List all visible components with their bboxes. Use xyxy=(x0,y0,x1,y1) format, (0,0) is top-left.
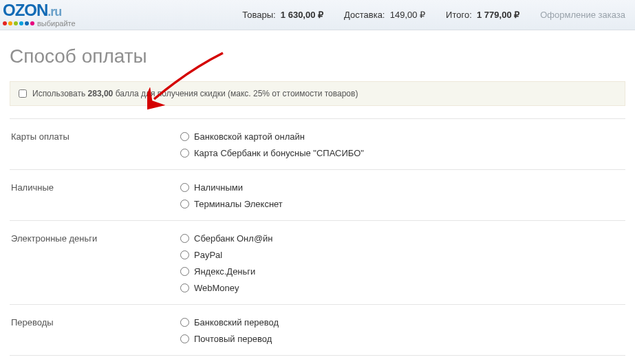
site-logo[interactable]: OZON.ru выбирайте xyxy=(3,3,76,28)
payment-section-cash: Наличные Наличными Терминалы Элекснет xyxy=(10,169,625,220)
logo-dots: выбирайте xyxy=(3,19,76,28)
order-summary: Товары: 1 630,00 ₽ Доставка: 149,00 ₽ Ит… xyxy=(242,10,625,20)
payment-option-sberbank-spasibo[interactable]: Карта Сбербанк и бонусные "СПАСИБО" xyxy=(180,148,625,158)
use-bonus-checkbox[interactable] xyxy=(19,89,27,98)
payment-radio[interactable] xyxy=(180,318,189,327)
summary-delivery: Доставка: 149,00 ₽ xyxy=(344,10,425,20)
bonus-text: Использовать 283,00 балла для получения … xyxy=(32,89,358,98)
logo-dot xyxy=(14,21,18,25)
payment-option-bank-transfer[interactable]: Банковский перевод xyxy=(180,317,625,328)
payment-radio[interactable] xyxy=(180,200,189,208)
payment-option-postal-transfer[interactable]: Почтовый перевод xyxy=(180,334,625,344)
payment-option-yandex-money[interactable]: Яндекс.Деньги xyxy=(180,266,625,277)
logo-dot xyxy=(25,21,29,25)
payment-radio[interactable] xyxy=(180,132,189,141)
payment-radio[interactable] xyxy=(180,283,189,292)
payment-radio[interactable] xyxy=(180,149,189,158)
section-label: Наличные xyxy=(10,182,180,209)
header-bar: OZON.ru выбирайте Товары: 1 630,00 ₽ Дос… xyxy=(0,0,635,30)
logo-text: OZON.ru xyxy=(3,3,76,19)
logo-tagline: выбирайте xyxy=(37,19,76,28)
payment-option-card-online[interactable]: Банковской картой онлайн xyxy=(180,131,625,142)
page-title: Способ оплаты xyxy=(10,45,625,67)
payment-radio[interactable] xyxy=(180,334,189,343)
payment-section-transfers: Переводы Банковский перевод Почтовый пер… xyxy=(10,304,625,355)
payment-radio[interactable] xyxy=(180,250,189,259)
section-label: Электронные деньги xyxy=(10,233,180,293)
logo-dot xyxy=(3,21,7,25)
payment-section-emoney: Электронные деньги Сбербанк Онл@йн PayPa… xyxy=(10,220,625,304)
summary-goods: Товары: 1 630,00 ₽ xyxy=(242,10,323,20)
payment-radio[interactable] xyxy=(180,267,189,276)
summary-total: Итого: 1 779,00 ₽ xyxy=(446,10,519,20)
logo-dot xyxy=(30,21,34,25)
section-label: Карты оплаты xyxy=(10,131,180,158)
payment-option-paypal[interactable]: PayPal xyxy=(180,250,625,260)
payment-option-eleksnet[interactable]: Терминалы Элекснет xyxy=(180,199,625,209)
payment-radio[interactable] xyxy=(180,183,189,192)
logo-dot xyxy=(19,21,23,25)
checkout-step-label: Оформление заказа xyxy=(540,10,625,20)
logo-dot xyxy=(8,21,12,25)
payment-option-cash[interactable]: Наличными xyxy=(180,182,625,193)
payment-radio[interactable] xyxy=(180,234,189,243)
section-label: Переводы xyxy=(10,317,180,344)
bonus-points-bar: Использовать 283,00 балла для получения … xyxy=(10,81,625,106)
payment-option-webmoney[interactable]: WebMoney xyxy=(180,283,625,293)
payment-option-sberbank-online[interactable]: Сбербанк Онл@йн xyxy=(180,233,625,244)
payment-section-cards: Карты оплаты Банковской картой онлайн Ка… xyxy=(10,118,625,169)
